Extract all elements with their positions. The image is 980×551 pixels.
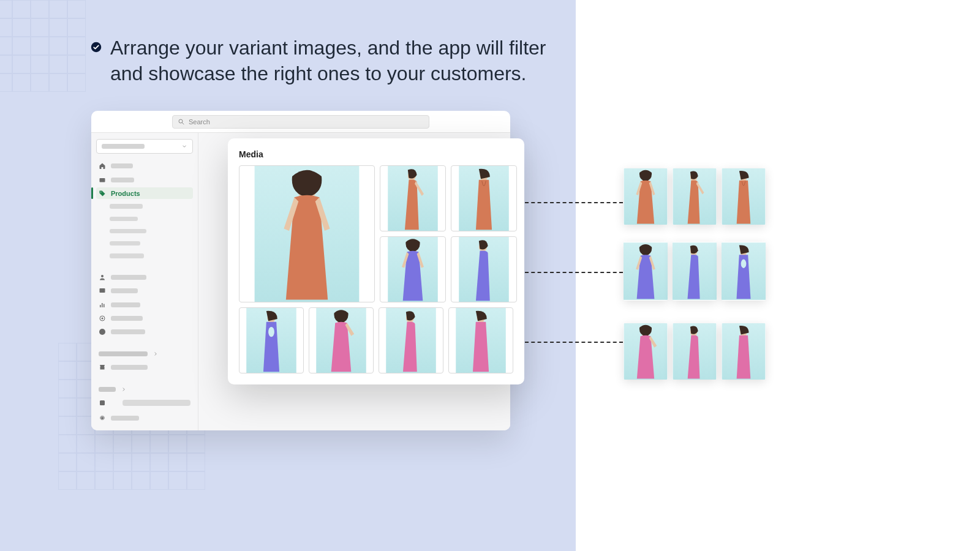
decor-grid-top-left — [0, 0, 86, 92]
sidebar-item-settings[interactable] — [96, 413, 193, 424]
gear-icon — [99, 414, 106, 422]
svg-rect-13 — [100, 400, 105, 405]
result-thumb — [673, 168, 717, 225]
admin-sidebar: Products — [91, 133, 198, 430]
result-thumb — [722, 168, 766, 225]
chevron-right-icon — [121, 386, 127, 392]
admin-topbar: Search — [91, 111, 510, 133]
svg-point-4 — [101, 275, 104, 277]
headline-row: Arrange your variant images, and the app… — [91, 36, 556, 86]
sidebar-section-apps[interactable] — [96, 384, 193, 395]
store-icon — [99, 364, 106, 371]
media-thumb[interactable] — [451, 236, 517, 302]
svg-point-3 — [100, 192, 102, 193]
sidebar-item-home[interactable] — [96, 160, 193, 172]
search-placeholder: Search — [189, 118, 210, 126]
headline-text: Arrange your variant images, and the app… — [110, 36, 556, 86]
result-thumb — [624, 323, 668, 380]
media-thumb[interactable] — [239, 307, 304, 373]
svg-point-10 — [102, 317, 104, 319]
admin-search-field[interactable]: Search — [172, 115, 429, 129]
connector-line — [525, 272, 623, 273]
svg-point-11 — [99, 329, 105, 335]
sidebar-item-discounts[interactable] — [96, 326, 193, 337]
inbox-icon — [99, 176, 106, 184]
target-icon — [99, 315, 106, 322]
result-thumb — [673, 323, 717, 380]
bars-icon — [99, 301, 106, 309]
variant-result-group-pink — [624, 323, 766, 380]
media-thumb[interactable] — [309, 307, 374, 373]
media-panel-title: Media — [239, 149, 513, 159]
app-icon — [99, 399, 106, 407]
sidebar-item-content[interactable] — [96, 285, 193, 297]
sidebar-item-app[interactable] — [96, 397, 193, 409]
variant-result-group-orange — [624, 168, 766, 225]
check-circle-icon — [91, 42, 102, 55]
result-thumb — [624, 168, 668, 225]
result-thumb — [673, 242, 717, 301]
sidebar-item-marketing[interactable] — [96, 312, 193, 324]
search-icon — [178, 118, 185, 126]
media-thumb[interactable] — [448, 307, 513, 373]
media-thumb[interactable] — [380, 165, 446, 231]
sidebar-item-products[interactable]: Products — [96, 187, 193, 199]
percent-icon — [99, 328, 106, 335]
home-icon — [99, 162, 106, 170]
tag-icon — [99, 190, 106, 197]
store-selector[interactable] — [96, 139, 193, 154]
media-panel: Media — [228, 138, 524, 384]
result-thumb — [722, 242, 766, 301]
image-icon — [99, 287, 106, 294]
connector-line — [525, 342, 623, 343]
chevron-right-icon — [153, 351, 159, 357]
svg-rect-2 — [100, 178, 105, 182]
sidebar-item-store[interactable] — [96, 362, 193, 373]
connector-line — [525, 202, 623, 203]
svg-point-1 — [179, 119, 183, 123]
svg-rect-6 — [100, 305, 101, 307]
svg-rect-8 — [104, 304, 105, 307]
media-thumb-primary[interactable] — [239, 165, 375, 302]
result-thumb — [722, 323, 766, 380]
sidebar-item-orders[interactable] — [96, 174, 193, 186]
sidebar-item-label: Products — [111, 190, 140, 197]
media-thumb[interactable] — [451, 165, 517, 231]
sidebar-section-sales[interactable] — [96, 348, 193, 359]
person-icon — [99, 274, 106, 281]
variant-result-group-purple — [624, 242, 766, 301]
sidebar-item-analytics[interactable] — [96, 299, 193, 310]
media-thumb[interactable] — [380, 236, 446, 302]
sidebar-item-customers[interactable] — [96, 272, 193, 283]
svg-rect-7 — [102, 303, 103, 307]
media-thumb[interactable] — [379, 307, 443, 373]
svg-rect-12 — [100, 367, 105, 370]
svg-rect-5 — [100, 288, 105, 293]
result-thumb — [624, 242, 668, 301]
chevron-down-icon — [181, 143, 187, 149]
